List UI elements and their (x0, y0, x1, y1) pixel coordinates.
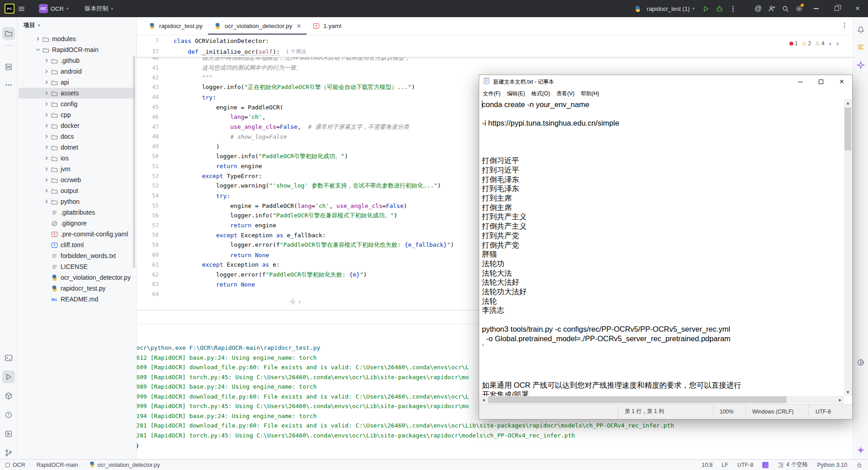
scroll-right-icon[interactable]: ► (836, 396, 844, 404)
chevron-right-icon[interactable] (43, 177, 50, 183)
notepad-text-area[interactable]: conda create -n your_env_name -i https:/… (480, 99, 844, 396)
tree-item-python[interactable]: python (17, 196, 137, 207)
chevron-right-icon[interactable] (43, 68, 50, 75)
notepad-horizontal-scrollbar[interactable]: ◄ ► (480, 396, 844, 404)
more-tools-icon[interactable] (2, 79, 15, 91)
indent-widget[interactable]: 4 个空格 (778, 461, 808, 469)
chevron-right-icon[interactable] (43, 122, 50, 129)
search-everywhere-icon[interactable] (778, 2, 792, 15)
lock-icon[interactable] (856, 462, 863, 468)
chevron-down-icon[interactable] (34, 47, 42, 53)
tree-item-gitattributes[interactable]: .gitattributes (17, 207, 137, 218)
window-close-button[interactable]: × (847, 0, 868, 17)
plugin-icon[interactable] (762, 462, 769, 468)
breadcrumb[interactable]: OCR〉RapidOCR-main〉ocr_violation_detector… (13, 461, 160, 469)
chevron-right-icon[interactable] (43, 188, 50, 194)
layout-tool-icon[interactable] (854, 356, 867, 369)
structure-tool-icon[interactable] (2, 61, 15, 73)
next-problem-icon[interactable]: ∨ (836, 41, 839, 46)
tree-item-dotnet[interactable]: dotnet (17, 142, 137, 153)
interpreter-widget[interactable]: Python 3.10 (817, 462, 847, 468)
python-packages-icon[interactable] (2, 390, 15, 402)
chevron-right-icon[interactable] (43, 90, 50, 96)
notepad-vertical-scrollbar[interactable]: ▲ ▼ (844, 99, 852, 396)
ai-assistant-tool-icon[interactable] (854, 59, 867, 71)
tab-rapidocr_test.py[interactable]: rapidocr_test.py (142, 17, 208, 35)
tree-item-assets[interactable]: assets (17, 88, 137, 99)
tree-item-docker[interactable]: docker (17, 120, 137, 131)
sticky-line[interactable]: 7class OCRViolationDetector: (137, 35, 853, 46)
inspections-menu-icon[interactable] (854, 41, 867, 53)
tree-item-github[interactable]: .github (17, 55, 137, 66)
usages-inlay-hint[interactable]: 1 个用法 (286, 48, 306, 55)
more-actions-icon[interactable] (726, 2, 740, 15)
tree-item-ocr_violation_detectorpy[interactable]: ocr_violation_detector.py (17, 272, 137, 283)
notepad-title-bar[interactable]: 新建文本文档.txt - 记事本 × (479, 75, 852, 89)
tree-item-forbidden_wordstxt[interactable]: forbidden_words.txt (17, 250, 137, 261)
menu-E[interactable]: 编辑(E) (504, 90, 528, 98)
project-tree-scrollbar[interactable] (133, 56, 135, 268)
chevron-right-icon[interactable] (43, 57, 50, 64)
chevron-right-icon[interactable] (43, 133, 50, 140)
tab-list-kebab-icon[interactable] (836, 22, 853, 31)
sticky-line[interactable]: 37 def _initialize_ocr(self):1 个用法 (137, 46, 853, 57)
tree-item-jvm[interactable]: jvm (17, 164, 137, 174)
window-restore-button[interactable] (826, 0, 847, 17)
tree-item-rapidocr_testpy[interactable]: rapidocr_test.py (17, 283, 137, 294)
tree-item-docs[interactable]: docs (17, 131, 137, 142)
scrollbar-thumb[interactable] (488, 396, 787, 403)
chevron-right-icon[interactable] (34, 36, 42, 42)
settings-gear-icon[interactable] (792, 2, 806, 15)
encoding-widget[interactable]: UTF-8 (737, 462, 753, 468)
menu-F[interactable]: 文件(F) (480, 90, 504, 98)
project-panel-header[interactable]: 项目 ▾ (17, 17, 137, 33)
chevron-right-icon[interactable] (43, 112, 50, 118)
run-configuration-selector[interactable]: rapidocr_test (1) ▾ (629, 0, 699, 17)
chevron-right-icon[interactable] (43, 101, 50, 107)
close-icon[interactable]: ✕ (296, 23, 301, 29)
breadcrumb-item[interactable]: ocr_violation_detector.py (97, 461, 160, 468)
tree-item-config[interactable]: config (17, 99, 137, 109)
tab-1.yaml[interactable]: Y1.yaml (307, 17, 347, 35)
terminal-tool-icon[interactable] (2, 352, 15, 364)
chevron-right-icon[interactable] (43, 198, 50, 205)
code-with-me-icon[interactable] (765, 2, 778, 15)
line-ending-widget[interactable]: LF (722, 462, 728, 468)
scroll-left-icon[interactable]: ◄ (480, 396, 487, 404)
window-minimize-button[interactable] (806, 0, 826, 17)
inline-ai-prompt-icon[interactable]: ∨ (289, 298, 301, 305)
notifications-bell-icon[interactable] (854, 24, 867, 36)
tree-item-api[interactable]: api (17, 77, 137, 88)
tree-item-READMEmd[interactable]: MREADME.md (17, 294, 137, 305)
tree-item-LICENSE[interactable]: LICENSE (17, 261, 137, 272)
chevron-right-icon[interactable] (43, 155, 50, 161)
version-control-icon[interactable] (2, 446, 15, 459)
chevron-right-icon[interactable] (43, 166, 50, 172)
run-tool-icon[interactable] (2, 371, 15, 383)
project-widget[interactable]: OC OCR ▾ (34, 0, 73, 17)
prev-problem-icon[interactable]: ∧ (829, 41, 832, 46)
ai-assistant-icon[interactable]: @ (751, 2, 765, 15)
services-tool-icon[interactable] (2, 428, 15, 440)
tree-item-modules[interactable]: modules (17, 33, 137, 44)
tree-item-RapidOCR-main[interactable]: RapidOCR-main (17, 44, 137, 55)
breadcrumb-item[interactable]: OCR (13, 461, 25, 468)
tree-item-gitignore[interactable]: .gitignore (17, 218, 137, 229)
tree-item-ios[interactable]: ios (17, 153, 137, 164)
tree-item-output[interactable]: output (17, 185, 137, 196)
problems-tool-icon[interactable] (2, 409, 15, 421)
ai-chat-icon[interactable] (854, 444, 867, 456)
debug-button[interactable] (712, 2, 726, 15)
chevron-right-icon[interactable] (43, 144, 50, 150)
caret-position-widget[interactable]: 10:8 (702, 462, 712, 468)
project-tool-icon[interactable] (2, 27, 15, 40)
menu-O[interactable]: 格式(O) (528, 90, 553, 98)
tree-item-cpp[interactable]: cpp (17, 109, 137, 120)
scroll-down-icon[interactable]: ▼ (844, 388, 852, 396)
scroll-up-icon[interactable]: ▲ (844, 99, 852, 107)
scrollbar-thumb[interactable] (844, 108, 851, 150)
tree-item-android[interactable]: android (17, 66, 137, 77)
chevron-right-icon[interactable] (43, 79, 50, 85)
breadcrumb-item[interactable]: RapidOCR-main (37, 461, 78, 468)
tab-ocr_violation_detector.py[interactable]: ocr_violation_detector.py✕ (208, 17, 307, 35)
